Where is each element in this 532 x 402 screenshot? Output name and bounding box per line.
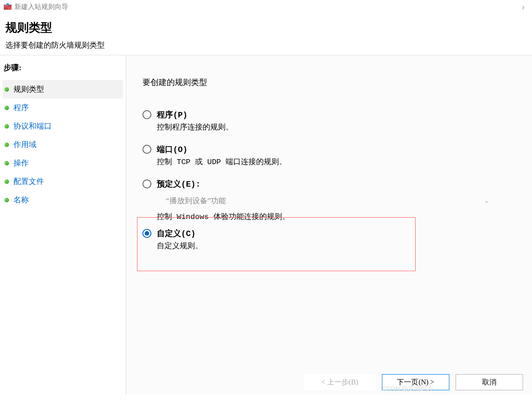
bullet-icon — [4, 106, 9, 110]
option-desc: 控制程序连接的规则。 — [157, 122, 516, 132]
bullet-icon — [4, 143, 9, 147]
bullet-icon — [4, 179, 9, 184]
radio-predefined[interactable] — [142, 179, 151, 188]
step-label: 协议和端口 — [13, 121, 52, 131]
next-button[interactable]: 下一页(N) > — [382, 374, 449, 390]
step-scope[interactable]: 作用域 — [3, 135, 123, 154]
titlebar: 新建入站规则向导 › — [0, 0, 532, 13]
option-port[interactable]: 端口(O) 控制 TCP 或 UDP 端口连接的规则。 — [142, 144, 516, 167]
step-label: 作用域 — [13, 139, 36, 150]
step-label: 配置文件 — [13, 176, 44, 187]
back-button: < 上一步(B) — [304, 374, 376, 390]
radio-custom[interactable] — [142, 229, 151, 238]
step-name[interactable]: 名称 — [3, 191, 123, 209]
svg-rect-2 — [8, 7, 11, 9]
option-label: 端口(O) — [157, 144, 516, 155]
option-program[interactable]: 程序(P) 控制程序连接的规则。 — [142, 109, 516, 132]
step-label: 名称 — [13, 195, 29, 205]
step-label: 规则类型 — [13, 84, 44, 94]
header: 规则类型 选择要创建的防火墙规则类型 — [0, 13, 532, 55]
step-label: 程序 — [13, 103, 29, 113]
option-custom[interactable]: 自定义(C) 自定义规则。 — [142, 228, 516, 251]
radio-program[interactable] — [142, 110, 151, 119]
predefined-dropdown[interactable]: “播放到设备”功能 ⌄ — [161, 193, 494, 209]
step-protocol-port[interactable]: 协议和端口 — [3, 117, 123, 135]
firewall-icon — [4, 3, 12, 11]
main-heading: 要创建的规则类型 — [142, 77, 516, 88]
step-action[interactable]: 操作 — [3, 154, 123, 172]
step-profile[interactable]: 配置文件 — [3, 172, 123, 191]
bullet-icon — [4, 124, 9, 129]
main-panel: 要创建的规则类型 程序(P) 控制程序连接的规则。 端口(O) 控制 TCP 或… — [126, 55, 532, 395]
step-rule-type[interactable]: 规则类型 — [3, 80, 123, 98]
window-title: 新建入站规则向导 — [14, 3, 518, 11]
option-label: 自定义(C) — [157, 228, 516, 239]
svg-point-3 — [6, 3, 9, 6]
page-title: 规则类型 — [5, 20, 527, 36]
step-label: 操作 — [13, 158, 29, 168]
steps-heading: 步骤: — [4, 63, 123, 73]
option-label: 预定义(E): — [157, 179, 516, 189]
step-program[interactable]: 程序 — [3, 98, 123, 117]
option-desc: 控制 Windows 体验功能连接的规则。 — [157, 211, 516, 222]
chevron-down-icon: ⌄ — [484, 197, 489, 205]
bullet-icon — [4, 161, 9, 165]
radio-port[interactable] — [142, 145, 151, 154]
wizard-buttons: < 上一步(B) 下一页(N) > 取消 — [304, 374, 523, 390]
bullet-icon — [4, 87, 9, 92]
option-desc: 控制 TCP 或 UDP 端口连接的规则。 — [157, 156, 516, 167]
cancel-button[interactable]: 取消 — [456, 374, 523, 390]
dropdown-value: “播放到设备”功能 — [166, 196, 226, 206]
option-predefined[interactable]: 预定义(E): “播放到设备”功能 ⌄ 控制 Windows 体验功能连接的规则… — [142, 179, 516, 222]
steps-sidebar: 步骤: 规则类型 程序 协议和端口 作用域 操作 配置文件 名称 — [0, 55, 126, 395]
close-icon[interactable]: › — [518, 2, 528, 12]
bullet-icon — [4, 198, 9, 202]
option-label: 程序(P) — [157, 109, 516, 120]
page-subtitle: 选择要创建的防火墙规则类型 — [5, 40, 527, 50]
option-desc: 自定义规则。 — [157, 241, 516, 251]
